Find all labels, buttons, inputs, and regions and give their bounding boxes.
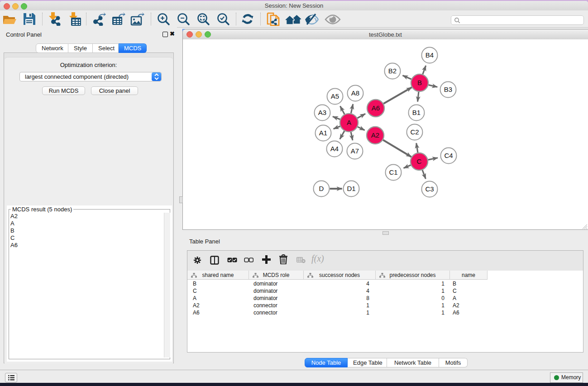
svg-text:A1: A1	[319, 129, 327, 137]
svg-text:C4: C4	[444, 152, 453, 159]
svg-text:B3: B3	[444, 86, 452, 93]
svg-text:B1: B1	[412, 109, 421, 116]
svg-text:A5: A5	[331, 92, 339, 100]
svg-text:C1: C1	[389, 168, 397, 176]
svg-text:A7: A7	[351, 147, 359, 155]
svg-text:A4: A4	[330, 145, 339, 152]
svg-text:A6: A6	[372, 104, 380, 112]
svg-text:A8: A8	[351, 89, 359, 97]
svg-text:D1: D1	[347, 185, 355, 192]
svg-text:C: C	[417, 157, 422, 165]
svg-text:B2: B2	[388, 67, 397, 75]
svg-text:D: D	[319, 185, 324, 192]
svg-text:A3: A3	[318, 109, 326, 116]
svg-text:A2: A2	[371, 131, 379, 139]
svg-text:C3: C3	[425, 185, 434, 193]
svg-text:B4: B4	[425, 51, 434, 59]
svg-text:A: A	[347, 119, 351, 126]
svg-text:C2: C2	[410, 128, 419, 136]
svg-text:B: B	[417, 79, 422, 86]
